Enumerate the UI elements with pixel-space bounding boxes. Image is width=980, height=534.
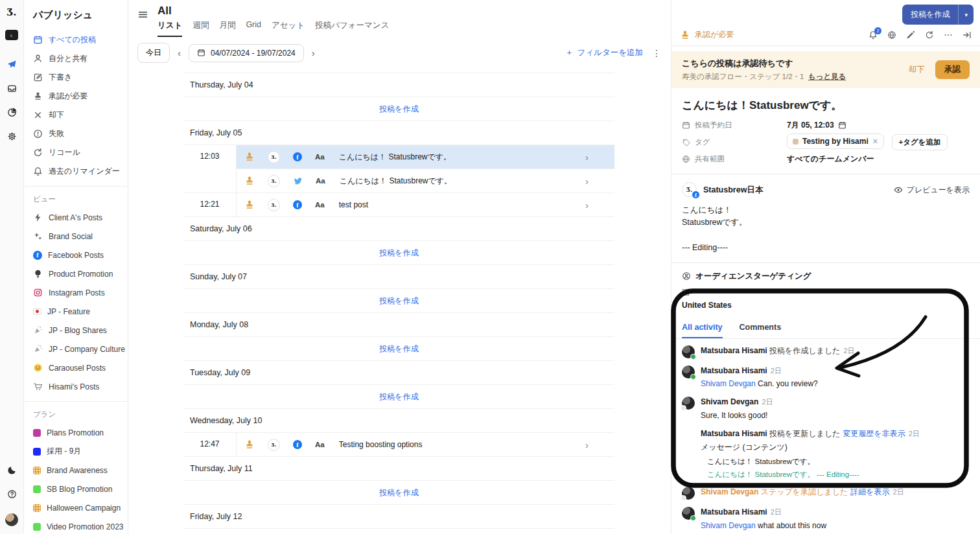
next-range-icon[interactable]: › [310,47,316,58]
schedule-field: 投稿予約日 7月 05, 12:03 [671,117,980,134]
edit-pencil-icon[interactable] [906,30,915,40]
avatar [682,366,695,378]
sidebar-item-recall[interactable]: リコール [24,143,128,162]
channel-avatar: Ʒ.f [682,182,697,198]
user-avatar[interactable] [5,513,18,526]
reject-button[interactable]: 却下 [909,64,925,75]
sidebar-item-client-a-posts[interactable]: Client A's Posts [24,208,128,227]
tab-投稿パフォーマンス[interactable]: 投稿パフォーマンス [315,20,389,37]
calendar-icon[interactable] [838,121,846,130]
sidebar-item-rejected[interactable]: 却下 [24,106,128,124]
tab-月間[interactable]: 月間 [219,20,235,37]
activity-tab-comments[interactable]: Comments [740,323,782,338]
approval-status-row: 承認が必要 2 [671,27,980,46]
approve-button[interactable]: 承認 [935,60,970,79]
sidebar-item-all-posts[interactable]: すべての投稿 [24,30,128,49]
create-post-row[interactable]: 投稿を作成 [183,529,614,534]
day-header-row: Wednesday, July 10 [183,409,614,433]
post-row[interactable]: Ʒ. Aa こんにちは！ Statusbrewです。 › [183,169,614,193]
see-more-link[interactable]: もっと見る [808,73,846,80]
post-text: こんにちは！ Statusbrewです。 [340,176,452,187]
publish-nav-icon[interactable] [7,60,17,69]
tab-Grid[interactable]: Grid [246,20,261,37]
sidebar-item-facebook-posts[interactable]: fFacebook Posts [24,246,128,264]
sidebar-item-shared-with-me[interactable]: 自分と共有 [24,49,128,68]
sidebar-item-jp-blog-shares[interactable]: JP - Blog Shares [24,321,128,340]
hamburger-menu-icon[interactable] [137,9,148,20]
sidebar-plan-item[interactable]: Video Promotion 2023 [24,517,128,534]
cart-icon [33,382,43,391]
sidebar-item-jp-company-culture[interactable]: JP - Company Culture [24,340,128,358]
tab-アセット[interactable]: アセット [272,20,305,37]
inbox-nav-icon[interactable] [7,84,17,93]
day-header-row: Thursday, July 04 [183,73,614,97]
sidebar-item-failed[interactable]: 失敗 [24,124,128,143]
tag-chip[interactable]: Testing by Hisami✕ [787,134,884,149]
sidebar-item-product-promotion[interactable]: Product Promotion [24,264,128,283]
create-post-button[interactable]: 投稿を作成 ▾ [902,5,974,25]
date-range-button[interactable]: 04/07/2024 - 19/07/2024 [189,44,304,62]
show-details-link[interactable]: 詳細を表示 [850,487,889,496]
prev-range-icon[interactable]: ‹ [176,47,182,58]
sidebar-plan-item[interactable]: SB Blog Promotion [24,480,128,498]
schedule-value: 7月 05, 12:03 [787,120,834,131]
day-header-row: Sunday, July 07 [183,265,614,289]
post-text: Testing boosting options [339,440,423,449]
sidebar-item-brand-social[interactable]: Brand Social [24,227,128,246]
help-icon[interactable] [7,489,17,499]
post-row[interactable]: 12:47 Ʒ.f Aa Testing boosting options › [183,433,614,457]
sidebar-plan-item[interactable]: Plans Promotion [24,423,128,442]
chevron-right-icon: › [585,200,589,211]
sidebar-plan-item[interactable]: Halloween Campaign [24,498,128,517]
view-tabs: リスト週間月間Gridアセット投稿パフォーマンス [158,20,389,37]
collapse-panel-icon[interactable] [962,30,972,40]
create-post-row[interactable]: 投稿を作成 [183,337,614,361]
notifications-bell-icon[interactable]: 2 [869,30,878,40]
sidebar-item-past-reminders[interactable]: 過去のリマインダー [24,162,128,181]
remove-tag-icon[interactable]: ✕ [872,137,878,146]
post-row[interactable]: 12:21 Ʒ.f Aa test post › [183,193,614,217]
date-range-label: 04/07/2024 - 19/07/2024 [211,49,296,58]
today-button[interactable]: 今日 [137,43,170,63]
user-mention[interactable]: Shivam Devgan [701,521,756,530]
post-time: 12:21 [183,193,237,217]
plan-color-chip [33,467,41,474]
list-options-icon[interactable]: ⋮ [652,48,662,58]
sidebar-item-needs-approval[interactable]: 承認が必要 [24,87,128,106]
instagram-icon [33,288,43,297]
sidebar-item-jp-feature[interactable]: JP - Feature [24,302,128,321]
sidebar-item-caraousel-posts[interactable]: Caraousel Posts [24,358,128,377]
create-post-row[interactable]: 投稿を作成 [183,481,614,505]
settings-nav-icon[interactable] [7,132,17,141]
add-filter-button[interactable]: ＋フィルターを追加 [565,47,643,58]
post-row[interactable]: 12:03 Ʒ.f Aa こんにちは！ Statusbrewです。 › [183,145,614,169]
activity-tab-all-activity[interactable]: All activity [682,323,723,338]
globe-icon[interactable] [887,30,896,40]
recall-undo-icon[interactable] [925,30,934,40]
dark-mode-icon[interactable] [7,465,17,475]
main-column: All リスト週間月間Gridアセット投稿パフォーマンス 今日 ‹ 04/07/… [128,0,671,534]
hide-changelog-link[interactable]: 変更履歴を非表示 [843,429,905,438]
add-tag-button[interactable]: +タグを追加 [892,134,947,150]
chevron-down-icon[interactable]: ▾ [958,5,974,25]
day-header-row: Friday, July 05 [183,121,614,145]
create-post-row[interactable]: 投稿を作成 [183,385,614,409]
statusbrew-logo: Ʒ. [6,6,16,18]
sidebar-plan-item[interactable]: 採用 - 9月 [24,442,128,461]
user-mention[interactable]: Shivam Devgan [701,379,756,388]
tab-週間[interactable]: 週間 [192,20,209,37]
more-options-icon[interactable] [944,30,953,40]
reports-nav-icon[interactable] [7,108,17,117]
x-icon [33,110,43,120]
sidebar-item-instagram-posts[interactable]: Instagram Posts [24,283,128,302]
create-post-row[interactable]: 投稿を作成 [183,241,614,265]
sidebar-item-hisamis-posts[interactable]: Hisami's Posts [24,377,128,396]
show-preview-button[interactable]: プレビューを表示 [894,185,970,196]
sidebar-item-drafts[interactable]: 下書き [24,68,128,87]
workspace-logo[interactable]: ı. [5,30,18,40]
sidebar-plan-item[interactable]: Brand Awareness [24,461,128,480]
create-post-row[interactable]: 投稿を作成 [183,97,614,121]
tab-リスト[interactable]: リスト [158,20,182,37]
avatar [682,487,695,500]
create-post-row[interactable]: 投稿を作成 [183,289,614,313]
